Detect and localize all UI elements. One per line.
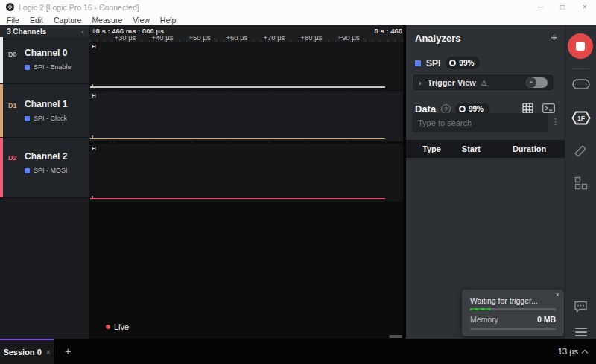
channel-row-2[interactable]: D2 Channel 2 SPI - MOSI [0,138,89,198]
progress-percent: 99% [469,105,484,113]
timescale-control[interactable]: 13 µs [558,347,596,356]
column-duration[interactable]: Duration [513,144,546,153]
bottom-bar: Session 0 × + 13 µs [0,339,596,364]
waveform-lane-channel1[interactable]: H L [89,91,403,141]
search-box [412,113,548,132]
logic2-window: Logic 2 [Logic Pro 16 - Connected] ─ □ ×… [0,0,596,364]
trigger-progress-fill [470,308,491,310]
channel-name: Channel 0 [25,48,67,58]
close-button[interactable]: × [574,0,596,14]
trigger-view-row[interactable]: › Trigger View ⚠ × [412,74,554,92]
waveform-lane-channel0[interactable]: H L [89,42,403,90]
data-table-header: Type Start Duration [406,140,565,158]
horizontal-scrollbar-thumb[interactable] [389,335,402,338]
chevron-up-icon [582,349,588,355]
warning-icon: ⚠ [481,79,487,87]
menu-help[interactable]: Help [155,16,182,25]
channels-count-label: 3 Channels [0,28,46,36]
menu-edit[interactable]: Edit [25,16,48,25]
menu-view[interactable]: View [127,16,155,25]
rail-divider [572,68,589,69]
channel-color-bar [0,84,3,137]
channel-analyzer: SPI - Enable [25,63,72,71]
channel-name: Channel 2 [25,151,67,162]
timeline-end-label: 8 s : 466 [375,27,403,35]
progress-ring-icon [449,60,456,66]
session-tab[interactable]: Session 0 × [0,339,54,364]
stop-square-icon [576,42,585,51]
menubar: File Edit Capture Measure View Help [0,14,596,25]
channels-panel: 3 Channels ‹ D0 Channel 0 SPI - Enable D… [0,25,89,339]
chevron-right-icon: › [419,78,422,87]
channel-row-1[interactable]: D1 Channel 1 SPI - Clock [0,84,89,138]
titlebar: Logic 2 [Logic Pro 16 - Connected] ─ □ × [0,0,596,14]
stop-capture-button[interactable] [568,33,593,59]
timescale-value: 13 µs [558,347,578,356]
channel-color-bar [0,138,3,197]
channel-id: D1 [8,102,17,109]
high-marker: H [92,92,96,99]
new-session-button[interactable]: + [65,345,71,357]
device-settings-icon[interactable] [565,79,596,89]
feedback-chat-icon[interactable] [565,301,596,313]
add-analyzer-button[interactable]: + [551,31,557,43]
app-content: 3 Channels ‹ D0 Channel 0 SPI - Enable D… [0,25,596,339]
analyzer-label: SPI - Enable [34,63,72,71]
session-tab-label: Session 0 [3,348,41,357]
hex-display-icon[interactable]: 1F [565,111,596,125]
collapse-panel-icon[interactable]: ‹ [81,27,89,36]
measurements-icon[interactable] [565,144,596,158]
menu-file[interactable]: File [1,16,25,25]
live-dot-icon [106,325,110,329]
analyzer-square-icon [25,168,30,173]
toggle-off-icon: × [526,77,536,88]
maximize-button[interactable]: □ [551,0,574,14]
channel-analyzer: SPI - MOSI [25,167,68,174]
channel-row-0[interactable]: D0 Channel 0 SPI - Enable [0,37,89,84]
analyzer-label: SPI - Clock [34,115,67,122]
tab-separator [57,346,57,357]
analyzer-row-spi[interactable]: SPI 99% [415,57,480,69]
table-view-icon[interactable] [522,103,533,114]
trigger-view-toggle[interactable]: × [526,77,548,88]
waveform-lane-channel2[interactable]: H L [89,144,403,202]
extensions-icon[interactable] [565,176,596,190]
kebab-menu-icon[interactable]: ⋮ [551,117,559,127]
live-label: Live [114,322,129,331]
window-title: Logic 2 [Logic Pro 16 - Connected] [19,3,139,12]
trigger-progress-bar [470,308,556,310]
toast-close-icon[interactable]: × [556,291,559,298]
analyzers-title: Analyzers [415,33,460,44]
live-button[interactable]: Live [99,320,136,333]
window-controls: ─ □ × [529,0,596,14]
signal-trace-channel1 [90,138,385,140]
column-start[interactable]: Start [462,144,481,153]
waveform-area[interactable]: +8 s : 466 ms : 800 µs 8 s : 466 +30 µs … [89,25,403,339]
analyzer-name: SPI [426,58,440,68]
terminal-view-icon[interactable] [542,103,555,113]
progress-badge: 99% [446,57,480,69]
menu-measure[interactable]: Measure [86,16,127,25]
channel-id: D2 [8,154,17,162]
main-menu-icon[interactable] [565,328,596,336]
analyzer-square-icon [415,60,421,66]
trigger-status-toast: × Waiting for trigger... Memory 0 MB [462,290,564,336]
channel-analyzer: SPI - Clock [25,115,67,122]
channel-color-bar [0,37,3,83]
hex-badge-text: 1F [577,115,585,122]
session-close-icon[interactable]: × [46,348,51,357]
analyzer-square-icon [25,116,30,121]
menu-capture[interactable]: Capture [48,16,86,25]
channel-id: D0 [8,51,17,58]
progress-percent: 99% [459,59,474,67]
timeline-ruler[interactable]: +8 s : 466 ms : 800 µs 8 s : 466 +30 µs … [89,25,403,42]
column-type[interactable]: Type [422,144,441,153]
minimize-button[interactable]: ─ [529,0,551,14]
high-marker: H [92,145,96,152]
memory-label: Memory [470,315,498,324]
channel-name: Channel 1 [25,99,67,109]
signal-trace-channel0 [90,86,385,89]
app-logo-icon [6,3,14,11]
search-input[interactable] [412,113,548,132]
high-marker: H [92,43,96,50]
